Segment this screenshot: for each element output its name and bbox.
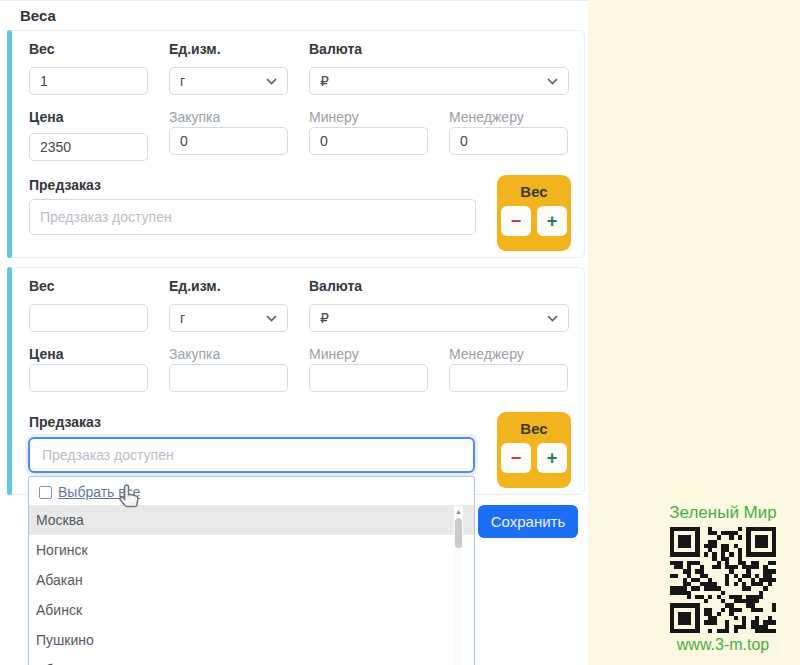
manager-label: Менеджеру — [449, 109, 524, 125]
dropdown-scrollbar[interactable]: ▲ — [454, 506, 463, 665]
page-title: Веса — [20, 7, 56, 24]
weight-stepper: Вес − + — [497, 412, 571, 488]
price-input[interactable] — [29, 133, 148, 161]
unit-label: Ед.изм. — [169, 41, 221, 57]
manager-input[interactable] — [449, 127, 568, 155]
list-item-moskva[interactable]: Москва — [29, 505, 474, 535]
qr-code — [670, 527, 776, 633]
weight-block-1: Вес Ед.изм. г Валюта ₽ Цена Закупка Мине… — [7, 30, 585, 258]
stepper-title: Вес — [497, 420, 571, 437]
unit-label: Ед.изм. — [169, 278, 221, 294]
price-label: Цена — [29, 346, 63, 362]
weight-label: Вес — [29, 41, 55, 57]
sidebar: Зеленый Мир www.3-m.top — [588, 0, 800, 665]
weight-increase-button[interactable]: + — [537, 443, 567, 473]
page: Веса Вес Ед.изм. г Валюта ₽ Цена Закупка… — [0, 0, 800, 665]
list-item-pushkino[interactable]: Пушкино — [29, 625, 474, 655]
weight-label: Вес — [29, 278, 55, 294]
preorder-label: Предзаказ — [29, 414, 101, 430]
currency-label: Валюта — [309, 41, 362, 57]
currency-select[interactable]: ₽ — [309, 67, 569, 95]
unit-select-value: г — [180, 73, 185, 89]
weight-decrease-button[interactable]: − — [501, 443, 531, 473]
miner-input[interactable] — [309, 364, 428, 392]
purchase-label: Закупка — [169, 346, 220, 362]
scrollbar-thumb[interactable] — [455, 518, 462, 548]
purchase-input[interactable] — [169, 127, 288, 155]
scroll-up-icon[interactable]: ▲ — [454, 506, 463, 515]
list-item-partial[interactable]: Аб — [29, 655, 474, 665]
qr-block: Зеленый Мир www.3-m.top — [668, 503, 778, 654]
currency-select-value: ₽ — [320, 73, 329, 89]
qr-title: Зеленый Мир — [668, 503, 778, 523]
chevron-down-icon — [266, 78, 277, 85]
unit-select[interactable]: г — [169, 67, 288, 95]
preorder-input[interactable] — [29, 199, 476, 235]
weight-increase-button[interactable]: + — [537, 206, 567, 236]
currency-select[interactable]: ₽ — [309, 304, 569, 332]
select-all-option[interactable]: Выбрать все — [29, 477, 474, 505]
manager-input[interactable] — [449, 364, 568, 392]
unit-select-value: г — [180, 310, 185, 326]
stepper-title: Вес — [497, 183, 571, 200]
price-input[interactable] — [29, 364, 148, 392]
chevron-down-icon — [547, 315, 558, 322]
weight-decrease-button[interactable]: − — [501, 206, 531, 236]
select-all-link[interactable]: Выбрать все — [58, 484, 140, 500]
preorder-input-focused[interactable] — [28, 437, 475, 473]
preorder-dropdown-list: Выбрать все Москва Ногинск Абакан Абинск… — [28, 476, 475, 665]
preorder-label: Предзаказ — [29, 177, 101, 193]
list-item-abakan[interactable]: Абакан — [29, 565, 474, 595]
unit-select[interactable]: г — [169, 304, 288, 332]
weight-input[interactable] — [29, 304, 148, 332]
select-all-checkbox[interactable] — [39, 486, 52, 499]
top-divider — [0, 0, 588, 1]
weight-stepper: Вес − + — [497, 175, 571, 251]
save-button[interactable]: Сохранить — [478, 505, 578, 538]
manager-label: Менеджеру — [449, 346, 524, 362]
miner-label: Минеру — [309, 346, 359, 362]
miner-label: Минеру — [309, 109, 359, 125]
weight-input[interactable] — [29, 67, 148, 95]
list-item-noginsk[interactable]: Ногинск — [29, 535, 474, 565]
list-item-abinsk[interactable]: Абинск — [29, 595, 474, 625]
qr-url: www.3-m.top — [668, 636, 778, 654]
chevron-down-icon — [266, 315, 277, 322]
preorder-dropdown: Выбрать все Москва Ногинск Абакан Абинск… — [28, 437, 475, 665]
currency-select-value: ₽ — [320, 310, 329, 326]
accent-bar — [7, 30, 12, 258]
purchase-input[interactable] — [169, 364, 288, 392]
chevron-down-icon — [547, 78, 558, 85]
currency-label: Валюта — [309, 278, 362, 294]
accent-bar — [7, 267, 12, 495]
purchase-label: Закупка — [169, 109, 220, 125]
price-label: Цена — [29, 109, 63, 125]
miner-input[interactable] — [309, 127, 428, 155]
